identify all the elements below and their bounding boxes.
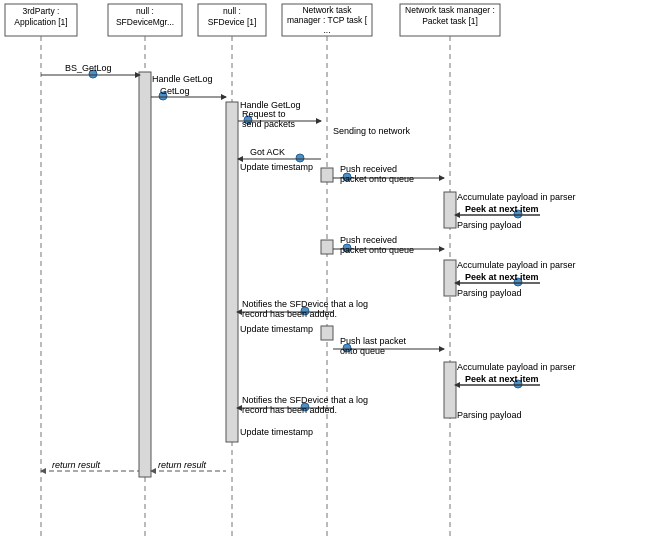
svg-rect-27 xyxy=(444,260,456,296)
svg-text:Parsing payload: Parsing payload xyxy=(457,288,522,298)
svg-text:Request to: Request to xyxy=(242,109,286,119)
svg-text:manager : TCP task [: manager : TCP task [ xyxy=(287,15,368,25)
svg-text:GetLog: GetLog xyxy=(160,86,190,96)
svg-marker-63 xyxy=(439,246,445,252)
svg-text:...: ... xyxy=(323,25,330,35)
svg-rect-25 xyxy=(321,326,333,340)
svg-text:Push received: Push received xyxy=(340,235,397,245)
svg-rect-26 xyxy=(444,192,456,228)
svg-text:Notifies the SFDevice that a l: Notifies the SFDevice that a log xyxy=(242,395,368,405)
svg-text:send packets: send packets xyxy=(242,119,296,129)
sequence-diagram: 3rdParty : Application [1] null : SFDevi… xyxy=(0,0,650,540)
svg-text:return result: return result xyxy=(158,460,207,470)
svg-text:BS_GetLog: BS_GetLog xyxy=(65,63,112,73)
svg-marker-52 xyxy=(439,175,445,181)
svg-point-45 xyxy=(296,154,304,162)
svg-text:Packet task [1]: Packet task [1] xyxy=(422,16,478,26)
svg-text:SFDevice [1]: SFDevice [1] xyxy=(208,17,257,27)
svg-text:packet onto queue: packet onto queue xyxy=(340,245,414,255)
svg-rect-22 xyxy=(226,102,238,442)
svg-text:Network task: Network task xyxy=(302,5,352,15)
svg-text:record has been added.: record has been added. xyxy=(242,309,337,319)
svg-text:Peek at next item: Peek at next item xyxy=(465,374,539,384)
svg-marker-41 xyxy=(316,118,322,124)
svg-text:null :: null : xyxy=(223,6,241,16)
svg-text:Accumulate payload in parser: Accumulate payload in parser xyxy=(457,192,576,202)
svg-text:Application [1]: Application [1] xyxy=(14,17,67,27)
svg-text:return result: return result xyxy=(52,460,101,470)
svg-rect-23 xyxy=(321,168,333,182)
svg-text:Accumulate payload in parser: Accumulate payload in parser xyxy=(457,362,576,372)
svg-text:Got ACK: Got ACK xyxy=(250,147,285,157)
svg-text:Handle GetLog: Handle GetLog xyxy=(152,74,213,84)
svg-text:Update timestamp: Update timestamp xyxy=(240,427,313,437)
svg-text:record has been added.: record has been added. xyxy=(242,405,337,415)
svg-text:Push received: Push received xyxy=(340,164,397,174)
svg-text:Parsing payload: Parsing payload xyxy=(457,220,522,230)
svg-rect-24 xyxy=(321,240,333,254)
svg-rect-28 xyxy=(444,362,456,418)
svg-text:Peek at next item: Peek at next item xyxy=(465,204,539,214)
svg-rect-21 xyxy=(139,72,151,477)
svg-text:Push last packet: Push last packet xyxy=(340,336,407,346)
svg-text:Update timestamp: Update timestamp xyxy=(240,324,313,334)
svg-text:Network task manager :: Network task manager : xyxy=(405,5,495,15)
svg-text:Accumulate payload in parser: Accumulate payload in parser xyxy=(457,260,576,270)
svg-text:onto queue: onto queue xyxy=(340,346,385,356)
svg-text:Update timestamp: Update timestamp xyxy=(240,162,313,172)
svg-text:Peek at next item: Peek at next item xyxy=(465,272,539,282)
svg-text:SFDeviceMgr...: SFDeviceMgr... xyxy=(116,17,174,27)
svg-text:3rdParty :: 3rdParty : xyxy=(23,6,60,16)
svg-text:Notifies the SFDevice that a l: Notifies the SFDevice that a log xyxy=(242,299,368,309)
svg-text:packet onto queue: packet onto queue xyxy=(340,174,414,184)
svg-text:null :: null : xyxy=(136,6,154,16)
svg-text:Sending to network: Sending to network xyxy=(333,126,411,136)
svg-marker-80 xyxy=(439,346,445,352)
svg-text:Parsing payload: Parsing payload xyxy=(457,410,522,420)
svg-marker-36 xyxy=(221,94,227,100)
